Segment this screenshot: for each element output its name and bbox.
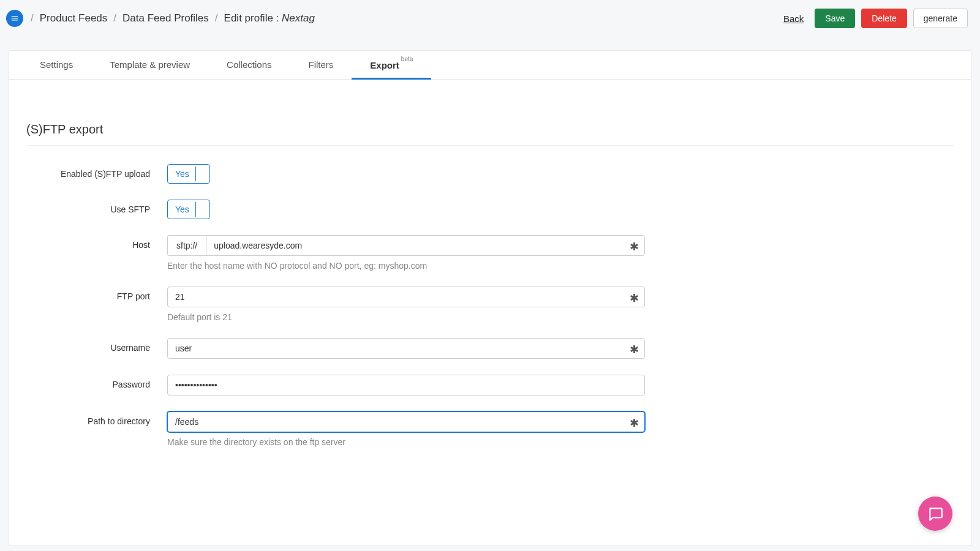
menu-button[interactable] [6,10,23,27]
host-input-wrap: sftp:// ✱ [167,235,645,256]
row-username: Username ✱ [26,338,954,359]
section-title: (S)FTP export [26,98,954,146]
breadcrumb: / Product Feeds / Data Feed Profiles / E… [31,12,315,24]
breadcrumb-sep: / [113,12,116,24]
save-button[interactable]: Save [815,9,855,28]
password-input[interactable] [167,375,645,395]
tab-export[interactable]: Exportbeta [352,51,431,79]
path-input[interactable] [167,411,645,432]
tab-export-label: Export [370,60,399,70]
password-input-wrap [167,375,645,395]
form: Enabled (S)FTP upload Yes Use SFTP Yes [12,146,968,447]
username-input[interactable] [167,338,645,359]
breadcrumb-item-profiles[interactable]: Data Feed Profiles [123,12,209,24]
topbar-right: Back Save Delete generate [783,9,968,28]
tab-collections[interactable]: Collections [208,51,290,79]
toggle-enabled[interactable]: Yes [167,164,210,184]
chat-icon [927,506,943,522]
row-sftp: Use SFTP Yes [26,200,954,219]
row-password: Password [26,375,954,395]
row-port: FTP port ✱ Default port is 21 [26,287,954,322]
label-port: FTP port [26,287,167,301]
section: (S)FTP export Enabled (S)FTP upload Yes … [9,80,971,447]
help-fab[interactable] [918,497,952,531]
toggle-enabled-label: Yes [175,169,189,179]
breadcrumb-edit-label: Edit profile : Nextag [224,12,315,24]
row-enabled: Enabled (S)FTP upload Yes [26,164,954,184]
label-path: Path to directory [26,411,167,426]
port-help: Default port is 21 [167,312,645,322]
path-help: Make sure the directory exists on the ft… [167,437,645,447]
tab-export-badge: beta [401,56,413,62]
host-input[interactable] [206,235,645,256]
username-input-wrap: ✱ [167,338,645,359]
host-prefix: sftp:// [167,235,206,256]
topbar: / Product Feeds / Data Feed Profiles / E… [0,0,980,37]
breadcrumb-sep: / [31,12,34,24]
label-sftp: Use SFTP [26,200,167,214]
tab-template[interactable]: Template & preview [91,51,208,79]
delete-button[interactable]: Delete [861,9,907,28]
row-path: Path to directory ✱ Make sure the direct… [26,411,954,447]
tab-settings[interactable]: Settings [21,51,91,79]
content-card: Settings Template & preview Collections … [9,50,971,546]
toggle-sftp[interactable]: Yes [167,200,210,219]
port-input-wrap: ✱ [167,287,645,307]
breadcrumb-sep: / [215,12,218,24]
tab-filters[interactable]: Filters [290,51,352,79]
back-link[interactable]: Back [783,13,804,24]
path-input-wrap: ✱ [167,411,645,432]
tabs: Settings Template & preview Collections … [9,51,971,80]
label-password: Password [26,375,167,389]
generate-button[interactable]: generate [913,9,968,28]
row-host: Host sftp:// ✱ Enter the host name with … [26,235,954,271]
breadcrumb-edit-prefix: Edit profile : [224,12,279,24]
breadcrumb-item-product-feeds[interactable]: Product Feeds [40,12,108,24]
port-input[interactable] [167,287,645,307]
label-host: Host [26,235,167,250]
label-enabled: Enabled (S)FTP upload [26,164,167,179]
hamburger-icon [10,14,19,23]
host-help: Enter the host name with NO protocol and… [167,261,645,271]
toggle-sftp-label: Yes [175,204,189,214]
breadcrumb-profile-name: Nextag [282,12,315,24]
label-username: Username [26,338,167,353]
topbar-left: / Product Feeds / Data Feed Profiles / E… [6,10,315,27]
